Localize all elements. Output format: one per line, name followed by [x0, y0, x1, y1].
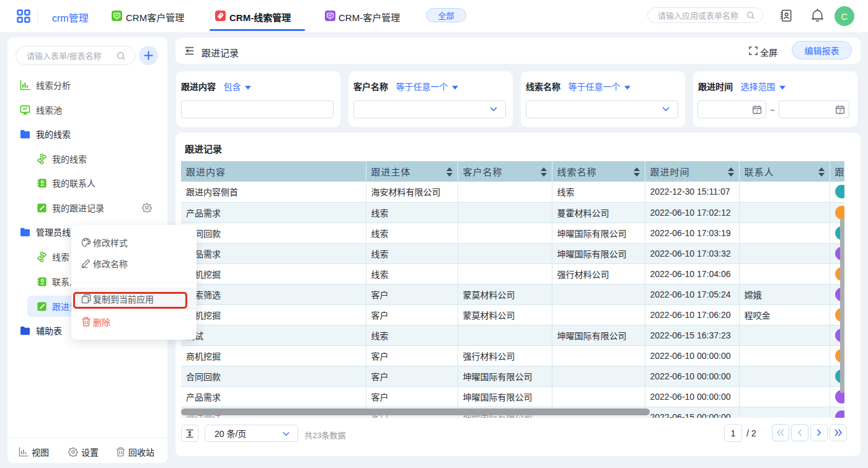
svg-text:7: 7: [839, 108, 841, 114]
svg-text:7: 7: [756, 108, 758, 114]
